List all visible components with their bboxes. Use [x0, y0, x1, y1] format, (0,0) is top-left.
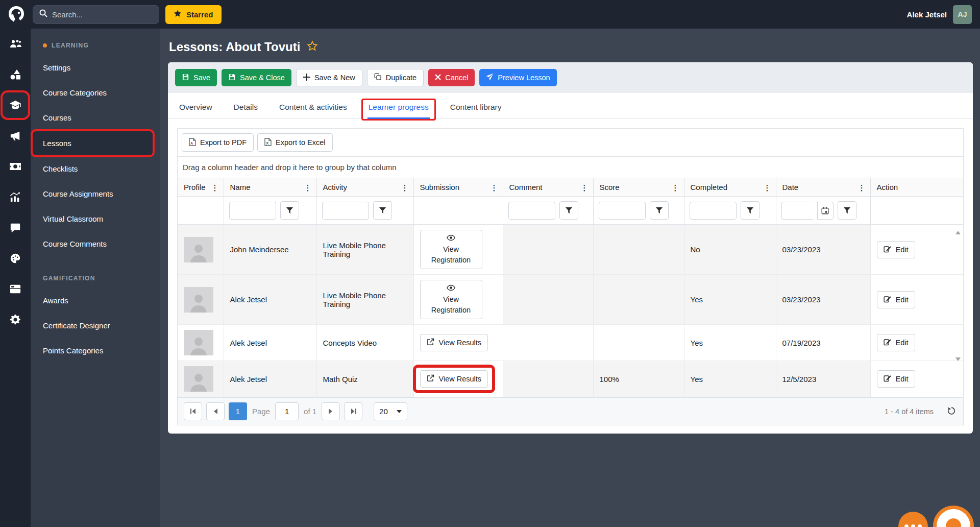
- sidebar-item-certificate-designer[interactable]: Certificate Designer: [31, 313, 160, 338]
- filter-button-name[interactable]: [280, 201, 299, 220]
- column-menu-icon[interactable]: ⋮: [858, 183, 866, 191]
- tab-learner-progress[interactable]: Learner progress: [368, 95, 430, 118]
- tab-overview[interactable]: Overview: [178, 95, 213, 118]
- sidebar-item-virtual-classroom[interactable]: Virtual Classroom: [31, 206, 160, 231]
- tovuti-logo-icon[interactable]: [6, 4, 27, 25]
- column-label: Action: [877, 183, 898, 191]
- column-header-activity[interactable]: Activity⋮: [316, 178, 413, 197]
- pager-first-button[interactable]: [184, 402, 202, 420]
- rail-shapes-icon[interactable]: [0, 59, 31, 90]
- column-header-date[interactable]: Date⋮: [776, 178, 870, 197]
- export-excel-label: Export to Excel: [276, 138, 326, 147]
- column-label: Profile: [184, 183, 206, 191]
- rail-money-icon[interactable]: [0, 151, 31, 182]
- tab-content-activities[interactable]: Content & activities: [278, 95, 348, 118]
- rail-chat-icon[interactable]: [0, 212, 31, 243]
- filter-button-completed[interactable]: [741, 201, 760, 220]
- rail-window-icon[interactable]: [0, 274, 31, 304]
- page-size-dropdown[interactable]: 20: [374, 402, 407, 420]
- sidebar-item-settings[interactable]: Settings: [31, 55, 160, 80]
- sidebar-item-course-comments[interactable]: Course Comments: [31, 231, 160, 256]
- rail-megaphone-icon[interactable]: [0, 121, 31, 151]
- edit-button[interactable]: Edit: [877, 370, 915, 388]
- edit-pencil-icon: [884, 338, 891, 347]
- calendar-button[interactable]: [817, 202, 834, 220]
- rail-analytics-icon[interactable]: [0, 182, 31, 212]
- sidebar-item-lessons[interactable]: Lessons: [33, 131, 153, 155]
- refresh-button[interactable]: [947, 406, 956, 417]
- close-x-icon: [435, 74, 441, 82]
- pager-last-button[interactable]: [344, 402, 362, 420]
- filter-button-comment[interactable]: [559, 201, 578, 220]
- column-header-comment[interactable]: Comment⋮: [503, 178, 593, 197]
- column-menu-icon[interactable]: ⋮: [304, 183, 312, 191]
- sidebar-item-points-categories[interactable]: Points Categories: [31, 338, 160, 363]
- column-menu-icon[interactable]: ⋮: [764, 183, 771, 191]
- duplicate-button[interactable]: Duplicate: [367, 69, 424, 86]
- plus-icon: [303, 74, 310, 82]
- rail-learning-icon[interactable]: [3, 92, 28, 118]
- tab-content-library[interactable]: Content library: [449, 95, 503, 118]
- view-registration-button[interactable]: View Registration: [420, 230, 482, 269]
- save-close-button[interactable]: Save & Close: [222, 69, 291, 86]
- export-excel-button[interactable]: X Export to Excel: [257, 133, 333, 152]
- column-menu-icon[interactable]: ⋮: [401, 183, 409, 191]
- sidebar-item-awards[interactable]: Awards: [31, 288, 160, 313]
- edit-button[interactable]: Edit: [877, 241, 915, 258]
- column-header-name[interactable]: Name⋮: [224, 178, 316, 197]
- rail-users-icon[interactable]: [0, 29, 31, 59]
- filter-input-score[interactable]: [599, 202, 646, 220]
- filter-input-date[interactable]: [781, 202, 813, 220]
- filter-input-activity[interactable]: [322, 202, 369, 220]
- filter-button-score[interactable]: [650, 201, 669, 220]
- learner-progress-grid: A Export to PDF X Export to Excel Drag a…: [177, 128, 964, 425]
- pager-prev-button[interactable]: [206, 402, 225, 420]
- sidebar-item-courses[interactable]: Courses: [31, 105, 160, 130]
- scrollbar-down-arrow[interactable]: [955, 357, 961, 361]
- sidebar-item-course-assignments[interactable]: Course Assignments: [31, 181, 160, 206]
- preview-lesson-button[interactable]: Preview Lesson: [479, 69, 556, 86]
- tab-details[interactable]: Details: [233, 95, 259, 118]
- scrollbar-up-arrow[interactable]: [955, 231, 961, 234]
- cell-comment: [503, 361, 593, 397]
- column-header-score[interactable]: Score⋮: [593, 178, 684, 197]
- filter-input-completed[interactable]: [690, 202, 737, 220]
- cancel-button[interactable]: Cancel: [428, 69, 475, 86]
- user-name[interactable]: Alek Jetsel: [907, 10, 947, 19]
- favorite-star-icon[interactable]: [307, 40, 318, 54]
- save-icon: [228, 73, 236, 82]
- column-menu-icon[interactable]: ⋮: [672, 183, 679, 191]
- pager-current-page[interactable]: 1: [229, 402, 247, 420]
- search-input[interactable]: [52, 10, 153, 19]
- rail-palette-icon[interactable]: [0, 243, 31, 274]
- edit-pencil-icon: [884, 374, 891, 384]
- edit-button[interactable]: Edit: [877, 291, 915, 308]
- save-button[interactable]: Save: [175, 69, 217, 86]
- save-new-button[interactable]: Save & New: [296, 69, 362, 86]
- user-avatar[interactable]: AJ: [953, 5, 972, 24]
- column-menu-icon[interactable]: ⋮: [211, 183, 219, 191]
- grid-group-panel[interactable]: Drag a column header and drop it here to…: [178, 157, 963, 178]
- starred-button[interactable]: Starred: [165, 5, 222, 24]
- column-header-completed[interactable]: Completed⋮: [684, 178, 776, 197]
- view-results-button[interactable]: View Results: [420, 370, 488, 388]
- sidebar-item-course-categories[interactable]: Course Categories: [31, 80, 160, 105]
- filter-input-comment[interactable]: [508, 202, 555, 220]
- column-header-action[interactable]: Action: [870, 178, 963, 197]
- filter-button-activity[interactable]: [373, 201, 392, 220]
- rail-settings-gear-icon[interactable]: [0, 304, 31, 335]
- column-header-submission[interactable]: Submission⋮: [413, 178, 503, 197]
- pager-next-button[interactable]: [322, 402, 340, 420]
- filter-input-name[interactable]: [229, 202, 276, 220]
- column-menu-icon[interactable]: ⋮: [491, 183, 498, 191]
- column-menu-icon[interactable]: ⋮: [581, 183, 589, 191]
- edit-button[interactable]: Edit: [877, 334, 915, 351]
- pager-page-input[interactable]: [275, 402, 299, 420]
- column-header-profile[interactable]: Profile⋮: [178, 178, 224, 197]
- view-registration-button[interactable]: View Registration: [420, 280, 482, 319]
- export-pdf-button[interactable]: A Export to PDF: [182, 133, 254, 152]
- global-search[interactable]: [33, 5, 159, 24]
- filter-button-date[interactable]: [838, 201, 856, 220]
- sidebar-item-checklists[interactable]: Checklists: [31, 156, 160, 181]
- view-results-button[interactable]: View Results: [420, 334, 488, 351]
